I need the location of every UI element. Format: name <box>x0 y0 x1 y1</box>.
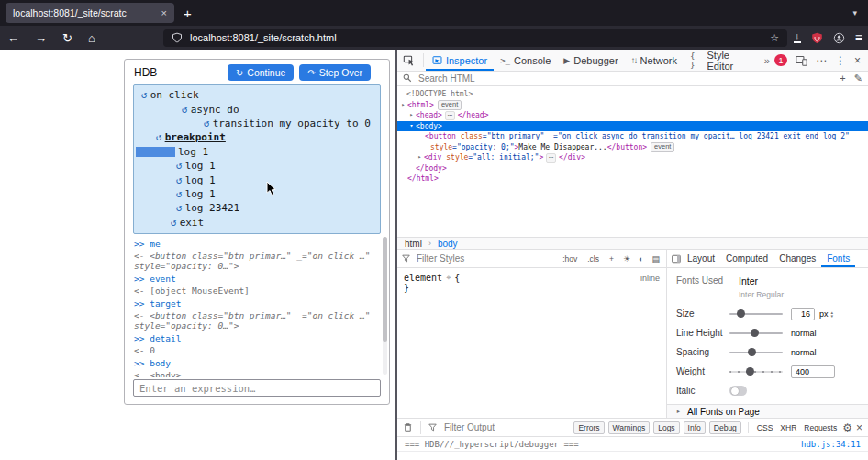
italic-toggle[interactable] <box>729 386 747 396</box>
collapse-arrow-icon[interactable]: ▾ <box>407 121 416 132</box>
code-line-current[interactable]: log 1 <box>134 145 380 159</box>
markup-row-button-close[interactable]: style="opacity: 0;">Make Me Disappear...… <box>397 142 868 153</box>
close-devtools-icon[interactable]: × <box>854 54 861 67</box>
print-simulation-icon[interactable]: ▤ <box>650 254 662 264</box>
list-all-tabs-icon[interactable]: ▾ <box>852 8 857 17</box>
expand-arrow-icon[interactable]: ▸ <box>399 100 407 111</box>
slider-thumb[interactable] <box>746 367 754 376</box>
clear-console-trash-icon[interactable] <box>403 422 413 432</box>
stylesheet-source-link[interactable]: inline <box>640 274 660 283</box>
tab-console[interactable]: >_ Console <box>494 50 557 71</box>
pick-element-icon[interactable] <box>397 54 421 67</box>
event-badge[interactable]: event <box>651 142 674 152</box>
edit-icon[interactable]: ✎ <box>854 73 862 84</box>
search-html-input[interactable] <box>417 73 835 84</box>
size-value-input[interactable]: 16 <box>791 308 815 320</box>
spacing-slider[interactable] <box>729 352 783 353</box>
light-scheme-icon[interactable]: ☀ <box>621 254 632 264</box>
bookmark-star-icon[interactable]: ☆ <box>770 32 779 44</box>
markup-row-html-close[interactable]: </html> <box>397 174 868 185</box>
filter-debug-button[interactable]: Debug <box>709 421 741 434</box>
url-text[interactable]: localhost:8081/_site/scratch.html <box>190 32 762 43</box>
dark-scheme-icon[interactable]: ◐ <box>637 254 645 264</box>
filter-errors-button[interactable]: Errors <box>573 421 604 434</box>
filter-output-input[interactable] <box>442 421 568 433</box>
code-line[interactable]: ↺log 1 <box>134 173 380 186</box>
tab-close-icon[interactable]: × <box>161 7 167 18</box>
element-rule[interactable]: element ⌖ { inline <box>404 273 660 283</box>
forward-icon[interactable]: → <box>35 31 47 45</box>
expression-input[interactable] <box>133 379 381 397</box>
weight-value-input[interactable]: 400 <box>791 365 835 378</box>
selector-highlighter-icon[interactable]: ⌖ <box>446 273 451 283</box>
filter-info-button[interactable]: Info <box>684 421 706 434</box>
filter-css-button[interactable]: CSS <box>755 423 774 432</box>
downloads-icon[interactable]: ↓ <box>794 32 801 43</box>
tab-layout[interactable]: Layout <box>682 250 720 267</box>
event-badge[interactable]: event <box>438 100 462 110</box>
slider-thumb[interactable] <box>751 329 759 337</box>
responsive-design-mode-icon[interactable] <box>796 55 807 66</box>
expand-arrow-icon[interactable]: ▸ <box>416 152 424 163</box>
tab-inspector[interactable]: Inspector <box>426 50 494 71</box>
meatball-menu-icon[interactable]: ⋯ <box>816 54 827 67</box>
collapsed-content-icon[interactable]: ⋯ <box>546 153 556 163</box>
back-icon[interactable]: ← <box>7 31 19 45</box>
breadcrumb-body[interactable]: body <box>438 239 458 249</box>
breadcrumb-html[interactable]: html <box>405 239 422 249</box>
line-height-slider[interactable] <box>729 332 783 334</box>
slider-thumb[interactable] <box>748 348 756 356</box>
close-split-console-icon[interactable]: × <box>856 421 862 434</box>
sidebar-pane-toggle-icon[interactable] <box>672 254 681 264</box>
filter-logs-button[interactable]: Logs <box>653 421 679 434</box>
tab-debugger[interactable]: ▶ Debugger <box>557 50 624 71</box>
markup-row-html[interactable]: ▸ <html> event <box>397 100 868 111</box>
kebab-menu-icon[interactable]: ⋮ <box>835 54 846 67</box>
browser-tab[interactable]: localhost:8081/_site/scratc × <box>6 3 174 23</box>
code-line[interactable]: ↺log 1 <box>134 187 380 201</box>
step-over-button[interactable]: ↷ Step Over <box>299 64 371 81</box>
code-line[interactable]: ↺on click <box>134 88 380 102</box>
filter-warnings-button[interactable]: Warnings <box>608 421 651 434</box>
unit-spinner-icon[interactable]: ▴▾ <box>831 310 834 318</box>
code-line[interactable]: ↺log 23421 <box>134 201 380 215</box>
reload-icon[interactable]: ↻ <box>62 31 72 45</box>
weight-slider[interactable] <box>729 371 783 373</box>
scrollbar-thumb[interactable] <box>383 237 387 342</box>
filter-requests-button[interactable]: Requests <box>802 423 839 432</box>
line-height-value[interactable]: normal <box>791 329 817 338</box>
add-rule-button[interactable]: + <box>606 254 617 264</box>
spacing-value[interactable]: normal <box>791 348 817 357</box>
ublock-extension-icon[interactable] <box>811 32 823 44</box>
console-settings-gear-icon[interactable]: ⚙ <box>842 421 852 434</box>
code-line[interactable]: ↺transition my opacity to 0 <box>134 117 380 130</box>
expand-arrow-icon[interactable]: ▸ <box>407 110 416 121</box>
add-node-icon[interactable]: + <box>840 73 845 84</box>
expand-arrow-icon[interactable]: ▸ <box>674 408 683 415</box>
markup-row-button-open[interactable]: <buttonclass="btn primary"_="on click as… <box>397 131 868 142</box>
tab-computed[interactable]: Computed <box>720 250 773 267</box>
code-line[interactable]: ↺exit <box>134 216 380 230</box>
account-avatar-icon[interactable] <box>833 32 845 44</box>
code-line[interactable]: ↺log 1 <box>134 159 380 173</box>
size-slider[interactable] <box>729 313 783 315</box>
markup-row-body-selected[interactable]: ▾ <body> <box>397 121 868 132</box>
tab-fonts[interactable]: Fonts <box>821 250 855 267</box>
scrollbar[interactable] <box>383 237 387 375</box>
filter-styles-input[interactable] <box>415 252 555 264</box>
continue-button[interactable]: ↻ Continue <box>228 64 294 81</box>
all-fonts-section[interactable]: ▸ All Fonts on Page <box>667 404 868 418</box>
log-source-link[interactable]: hdb.js:34:11 <box>801 440 861 449</box>
more-tabs-chevron-icon[interactable]: » <box>760 55 774 66</box>
collapsed-content-icon[interactable]: ⋯ <box>445 111 455 121</box>
tab-style-editor[interactable]: { } Style Editor <box>684 50 760 71</box>
code-line-breakpoint[interactable]: ↺breakpoint <box>134 130 380 144</box>
home-icon[interactable]: ⌂ <box>88 31 95 45</box>
markup-row-head[interactable]: ▸ <head> ⋯ </head> <box>397 110 868 121</box>
tracking-protection-shield-icon[interactable] <box>172 32 183 43</box>
markup-row-div[interactable]: ▸ <divstyle="all: initial;"> ⋯ </div> <box>397 152 868 163</box>
markup-row-doctype[interactable]: <!DOCTYPE html> <box>397 89 868 100</box>
size-unit-select[interactable]: px ▴▾ <box>819 309 833 319</box>
code-line[interactable]: ↺async do <box>134 102 380 116</box>
tab-network[interactable]: ↑↓ Network <box>625 50 684 71</box>
